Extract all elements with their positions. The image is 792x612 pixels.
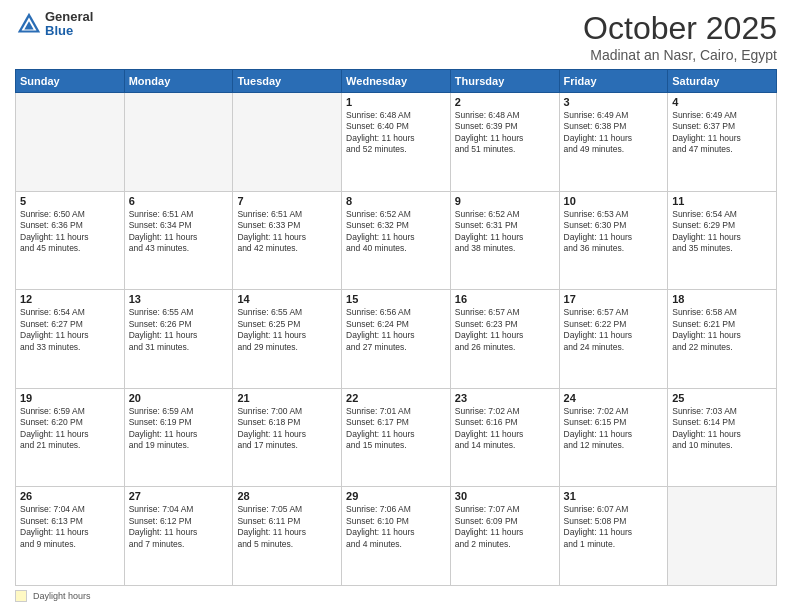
day-number: 17 xyxy=(564,293,664,305)
day-number: 14 xyxy=(237,293,337,305)
calendar-cell: 8Sunrise: 6:52 AM Sunset: 6:32 PM Daylig… xyxy=(342,191,451,290)
calendar-cell: 25Sunrise: 7:03 AM Sunset: 6:14 PM Dayli… xyxy=(668,388,777,487)
day-info: Sunrise: 7:06 AM Sunset: 6:10 PM Dayligh… xyxy=(346,504,446,550)
day-info: Sunrise: 6:59 AM Sunset: 6:19 PM Dayligh… xyxy=(129,406,229,452)
calendar-cell: 29Sunrise: 7:06 AM Sunset: 6:10 PM Dayli… xyxy=(342,487,451,586)
title-block: October 2025 Madinat an Nasr, Cairo, Egy… xyxy=(583,10,777,63)
calendar-table: SundayMondayTuesdayWednesdayThursdayFrid… xyxy=(15,69,777,586)
calendar-cell xyxy=(233,93,342,192)
day-number: 9 xyxy=(455,195,555,207)
calendar-cell: 23Sunrise: 7:02 AM Sunset: 6:16 PM Dayli… xyxy=(450,388,559,487)
calendar-header: SundayMondayTuesdayWednesdayThursdayFrid… xyxy=(16,70,777,93)
day-info: Sunrise: 7:02 AM Sunset: 6:16 PM Dayligh… xyxy=(455,406,555,452)
calendar-cell: 9Sunrise: 6:52 AM Sunset: 6:31 PM Daylig… xyxy=(450,191,559,290)
calendar-cell: 20Sunrise: 6:59 AM Sunset: 6:19 PM Dayli… xyxy=(124,388,233,487)
calendar-cell xyxy=(16,93,125,192)
day-number: 13 xyxy=(129,293,229,305)
day-info: Sunrise: 7:02 AM Sunset: 6:15 PM Dayligh… xyxy=(564,406,664,452)
calendar-cell: 2Sunrise: 6:48 AM Sunset: 6:39 PM Daylig… xyxy=(450,93,559,192)
col-header-thursday: Thursday xyxy=(450,70,559,93)
calendar-cell: 17Sunrise: 6:57 AM Sunset: 6:22 PM Dayli… xyxy=(559,290,668,389)
day-number: 11 xyxy=(672,195,772,207)
day-number: 6 xyxy=(129,195,229,207)
calendar-cell: 16Sunrise: 6:57 AM Sunset: 6:23 PM Dayli… xyxy=(450,290,559,389)
logo-text: General Blue xyxy=(45,10,93,39)
day-info: Sunrise: 6:58 AM Sunset: 6:21 PM Dayligh… xyxy=(672,307,772,353)
calendar-cell xyxy=(124,93,233,192)
week-row-5: 26Sunrise: 7:04 AM Sunset: 6:13 PM Dayli… xyxy=(16,487,777,586)
calendar-cell: 3Sunrise: 6:49 AM Sunset: 6:38 PM Daylig… xyxy=(559,93,668,192)
day-number: 28 xyxy=(237,490,337,502)
day-number: 25 xyxy=(672,392,772,404)
subtitle: Madinat an Nasr, Cairo, Egypt xyxy=(583,47,777,63)
calendar-cell: 24Sunrise: 7:02 AM Sunset: 6:15 PM Dayli… xyxy=(559,388,668,487)
day-info: Sunrise: 6:52 AM Sunset: 6:32 PM Dayligh… xyxy=(346,209,446,255)
day-info: Sunrise: 7:04 AM Sunset: 6:13 PM Dayligh… xyxy=(20,504,120,550)
day-info: Sunrise: 6:59 AM Sunset: 6:20 PM Dayligh… xyxy=(20,406,120,452)
calendar-cell: 26Sunrise: 7:04 AM Sunset: 6:13 PM Dayli… xyxy=(16,487,125,586)
calendar-cell: 10Sunrise: 6:53 AM Sunset: 6:30 PM Dayli… xyxy=(559,191,668,290)
day-number: 8 xyxy=(346,195,446,207)
daylight-label: Daylight hours xyxy=(33,591,91,601)
calendar-cell: 11Sunrise: 6:54 AM Sunset: 6:29 PM Dayli… xyxy=(668,191,777,290)
day-header-row: SundayMondayTuesdayWednesdayThursdayFrid… xyxy=(16,70,777,93)
day-number: 1 xyxy=(346,96,446,108)
logo-icon xyxy=(15,10,43,38)
day-number: 5 xyxy=(20,195,120,207)
calendar-cell: 7Sunrise: 6:51 AM Sunset: 6:33 PM Daylig… xyxy=(233,191,342,290)
calendar-cell: 28Sunrise: 7:05 AM Sunset: 6:11 PM Dayli… xyxy=(233,487,342,586)
col-header-friday: Friday xyxy=(559,70,668,93)
day-number: 21 xyxy=(237,392,337,404)
week-row-3: 12Sunrise: 6:54 AM Sunset: 6:27 PM Dayli… xyxy=(16,290,777,389)
day-info: Sunrise: 6:57 AM Sunset: 6:23 PM Dayligh… xyxy=(455,307,555,353)
calendar-cell: 5Sunrise: 6:50 AM Sunset: 6:36 PM Daylig… xyxy=(16,191,125,290)
logo-blue: Blue xyxy=(45,24,93,38)
page: General Blue October 2025 Madinat an Nas… xyxy=(0,0,792,612)
day-number: 31 xyxy=(564,490,664,502)
calendar-cell: 14Sunrise: 6:55 AM Sunset: 6:25 PM Dayli… xyxy=(233,290,342,389)
calendar-cell: 13Sunrise: 6:55 AM Sunset: 6:26 PM Dayli… xyxy=(124,290,233,389)
day-info: Sunrise: 6:51 AM Sunset: 6:33 PM Dayligh… xyxy=(237,209,337,255)
day-info: Sunrise: 7:07 AM Sunset: 6:09 PM Dayligh… xyxy=(455,504,555,550)
calendar-cell: 19Sunrise: 6:59 AM Sunset: 6:20 PM Dayli… xyxy=(16,388,125,487)
calendar-body: 1Sunrise: 6:48 AM Sunset: 6:40 PM Daylig… xyxy=(16,93,777,586)
calendar-cell: 31Sunrise: 6:07 AM Sunset: 5:08 PM Dayli… xyxy=(559,487,668,586)
week-row-2: 5Sunrise: 6:50 AM Sunset: 6:36 PM Daylig… xyxy=(16,191,777,290)
day-number: 2 xyxy=(455,96,555,108)
day-info: Sunrise: 6:54 AM Sunset: 6:27 PM Dayligh… xyxy=(20,307,120,353)
day-number: 30 xyxy=(455,490,555,502)
calendar-cell xyxy=(668,487,777,586)
col-header-sunday: Sunday xyxy=(16,70,125,93)
day-info: Sunrise: 6:51 AM Sunset: 6:34 PM Dayligh… xyxy=(129,209,229,255)
footer: Daylight hours xyxy=(15,590,777,602)
day-info: Sunrise: 7:05 AM Sunset: 6:11 PM Dayligh… xyxy=(237,504,337,550)
day-number: 15 xyxy=(346,293,446,305)
calendar-cell: 6Sunrise: 6:51 AM Sunset: 6:34 PM Daylig… xyxy=(124,191,233,290)
day-number: 29 xyxy=(346,490,446,502)
header: General Blue October 2025 Madinat an Nas… xyxy=(15,10,777,63)
day-number: 27 xyxy=(129,490,229,502)
logo-general: General xyxy=(45,10,93,24)
day-number: 10 xyxy=(564,195,664,207)
calendar-cell: 18Sunrise: 6:58 AM Sunset: 6:21 PM Dayli… xyxy=(668,290,777,389)
day-info: Sunrise: 6:49 AM Sunset: 6:38 PM Dayligh… xyxy=(564,110,664,156)
calendar-cell: 15Sunrise: 6:56 AM Sunset: 6:24 PM Dayli… xyxy=(342,290,451,389)
month-title: October 2025 xyxy=(583,10,777,47)
logo: General Blue xyxy=(15,10,93,39)
day-info: Sunrise: 6:50 AM Sunset: 6:36 PM Dayligh… xyxy=(20,209,120,255)
calendar-cell: 12Sunrise: 6:54 AM Sunset: 6:27 PM Dayli… xyxy=(16,290,125,389)
col-header-wednesday: Wednesday xyxy=(342,70,451,93)
day-info: Sunrise: 6:53 AM Sunset: 6:30 PM Dayligh… xyxy=(564,209,664,255)
calendar-cell: 21Sunrise: 7:00 AM Sunset: 6:18 PM Dayli… xyxy=(233,388,342,487)
day-number: 18 xyxy=(672,293,772,305)
day-info: Sunrise: 6:07 AM Sunset: 5:08 PM Dayligh… xyxy=(564,504,664,550)
day-info: Sunrise: 6:52 AM Sunset: 6:31 PM Dayligh… xyxy=(455,209,555,255)
calendar-cell: 27Sunrise: 7:04 AM Sunset: 6:12 PM Dayli… xyxy=(124,487,233,586)
day-info: Sunrise: 6:54 AM Sunset: 6:29 PM Dayligh… xyxy=(672,209,772,255)
day-number: 7 xyxy=(237,195,337,207)
week-row-1: 1Sunrise: 6:48 AM Sunset: 6:40 PM Daylig… xyxy=(16,93,777,192)
day-info: Sunrise: 7:01 AM Sunset: 6:17 PM Dayligh… xyxy=(346,406,446,452)
day-number: 24 xyxy=(564,392,664,404)
col-header-monday: Monday xyxy=(124,70,233,93)
calendar-cell: 1Sunrise: 6:48 AM Sunset: 6:40 PM Daylig… xyxy=(342,93,451,192)
